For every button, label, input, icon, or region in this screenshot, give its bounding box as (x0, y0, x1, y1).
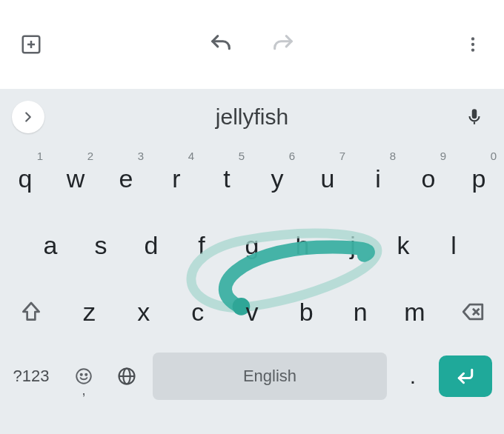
mic-button[interactable] (460, 102, 489, 132)
key-label: c (191, 298, 204, 327)
key-hint: 0 (491, 150, 497, 162)
period-key[interactable]: . (391, 353, 434, 400)
key-label: p (472, 164, 486, 193)
key-label: g (245, 231, 259, 260)
key-hint: 9 (440, 150, 446, 162)
key-label: z (83, 298, 96, 327)
key-c[interactable]: c (170, 298, 225, 327)
enter-icon (439, 355, 492, 397)
key-j[interactable]: j (328, 212, 378, 278)
key-s[interactable]: s (76, 212, 126, 278)
key-hint: 3 (138, 150, 144, 162)
key-y[interactable]: 6y (252, 145, 302, 212)
key-label: r (172, 164, 180, 193)
svg-point-10 (76, 369, 91, 384)
key-label: m (404, 298, 425, 327)
key-q[interactable]: 1q (0, 145, 50, 212)
suggestion-bar: jellyfish (0, 89, 504, 145)
key-label: t (223, 164, 230, 193)
key-hint: 2 (87, 150, 93, 162)
new-tab-button[interactable] (15, 28, 47, 61)
key-h[interactable]: h (277, 212, 328, 278)
key-label: h (296, 231, 310, 260)
key-hint: 4 (188, 150, 194, 162)
key-w[interactable]: 2w (50, 145, 101, 212)
app-toolbar (0, 0, 504, 89)
key-label: j (350, 231, 356, 260)
key-label: d (145, 231, 159, 260)
key-k[interactable]: k (378, 212, 428, 278)
key-n[interactable]: n (334, 298, 388, 327)
key-hint: 1 (37, 150, 43, 162)
svg-point-12 (85, 374, 87, 375)
expand-button[interactable] (12, 101, 44, 133)
key-label: e (119, 164, 133, 193)
key-label: a (44, 231, 58, 260)
key-z[interactable]: z (62, 298, 116, 327)
suggestion-word[interactable]: jellyfish (216, 104, 288, 130)
key-label: w (67, 164, 85, 193)
keyboard: jellyfish 1q 2w 3e 4r 5t 6y 7u 8i 9o 0p … (0, 89, 504, 434)
key-m[interactable]: m (388, 298, 442, 327)
svg-point-4 (471, 43, 474, 46)
key-row-1: 1q 2w 3e 4r 5t 6y 7u 8i 9o 0p (0, 145, 504, 212)
language-key[interactable] (105, 353, 148, 400)
key-p[interactable]: 0p (454, 145, 504, 212)
key-a[interactable]: a (25, 212, 76, 278)
svg-point-3 (471, 37, 474, 40)
shift-key[interactable] (0, 278, 62, 345)
key-hint: 6 (289, 150, 295, 162)
key-g[interactable]: g (227, 212, 277, 278)
key-v[interactable]: v (225, 298, 279, 327)
key-label: i (375, 164, 381, 193)
key-u[interactable]: 7u (302, 145, 353, 212)
key-rows: 1q 2w 3e 4r 5t 6y 7u 8i 9o 0p a s d f g … (0, 145, 504, 434)
key-label: v (245, 298, 258, 327)
emoji-key[interactable]: , (62, 353, 105, 400)
key-label: y (271, 164, 284, 193)
key-row-bottom: ?123 , English . (0, 345, 504, 407)
key-d[interactable]: d (126, 212, 176, 278)
key-label: x (137, 298, 150, 327)
svg-rect-6 (474, 122, 475, 124)
key-label: b (299, 298, 314, 327)
key-label: q (19, 164, 33, 193)
key-label: s (95, 231, 107, 260)
redo-button[interactable] (267, 28, 299, 61)
key-row-3: z x c v b n m (0, 278, 504, 345)
key-hint: 8 (390, 150, 396, 162)
symbols-key[interactable]: ?123 (0, 353, 62, 400)
key-label: l (451, 231, 457, 260)
key-label: English (243, 367, 296, 386)
key-f[interactable]: f (176, 212, 227, 278)
key-label: n (354, 298, 368, 327)
toolbar-center (205, 28, 299, 61)
enter-key[interactable] (434, 353, 497, 400)
key-b[interactable]: b (279, 298, 334, 327)
key-t[interactable]: 5t (202, 145, 252, 212)
key-label: . (410, 364, 416, 389)
key-hint: 5 (239, 150, 245, 162)
key-label: u (321, 164, 335, 193)
undo-button[interactable] (205, 28, 237, 61)
svg-point-11 (81, 374, 82, 375)
key-r[interactable]: 4r (151, 145, 202, 212)
svg-point-5 (471, 48, 474, 51)
overflow-menu-button[interactable] (457, 28, 489, 61)
backspace-key[interactable] (442, 278, 504, 345)
key-label: f (198, 231, 205, 260)
comma-hint: , (82, 383, 85, 398)
key-label: o (422, 164, 436, 193)
key-label: ?123 (13, 367, 50, 386)
space-key[interactable]: English (153, 353, 387, 400)
key-hint: 7 (339, 150, 345, 162)
key-e[interactable]: 3e (101, 145, 151, 212)
key-o[interactable]: 9o (403, 145, 454, 212)
key-l[interactable]: l (428, 212, 479, 278)
key-i[interactable]: 8i (353, 145, 403, 212)
key-label: k (397, 231, 410, 260)
key-row-2: a s d f g h j k l (0, 212, 504, 278)
key-x[interactable]: x (116, 298, 170, 327)
